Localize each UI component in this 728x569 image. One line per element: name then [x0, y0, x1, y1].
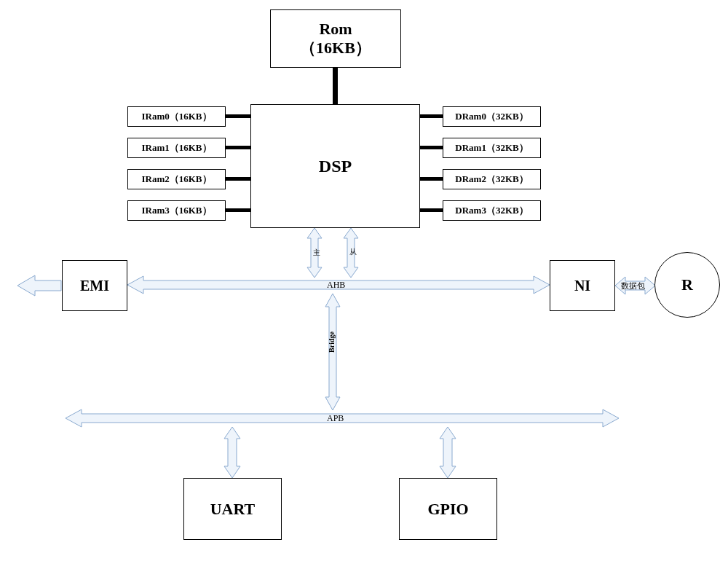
dram1-block: DRam1（32KB） — [443, 138, 541, 158]
r-node: R — [654, 252, 720, 318]
apb-label: APB — [327, 413, 344, 424]
dram-tick — [420, 146, 443, 149]
packet-label: 数据包 — [621, 280, 645, 291]
iram0-block: IRam0（16KB） — [127, 106, 226, 127]
uart-block: UART — [183, 478, 282, 540]
iram-tick — [226, 146, 250, 149]
r-label: R — [681, 275, 693, 294]
apb-uart-arrow — [223, 427, 242, 478]
emi-block: EMI — [62, 260, 127, 311]
dram3-block: DRam3（32KB） — [443, 200, 541, 221]
dram-tick — [420, 208, 443, 212]
dram3-label: DRam3（32KB） — [455, 204, 528, 217]
svg-marker-8 — [440, 427, 456, 478]
svg-marker-1 — [344, 228, 358, 278]
uart-label: UART — [210, 500, 256, 519]
emi-out-arrow — [17, 275, 61, 296]
dsp-block: DSP — [250, 104, 420, 228]
iram0-label: IRam0（16KB） — [141, 110, 211, 123]
iram-tick — [226, 114, 250, 118]
diagram-canvas: Rom （16KB） DSP IRam0（16KB） IRam1（16KB） I… — [0, 0, 728, 569]
svg-marker-3 — [17, 275, 61, 296]
dram0-label: DRam0（32KB） — [455, 110, 528, 123]
dram2-label: DRam2（32KB） — [455, 173, 528, 186]
svg-marker-0 — [307, 228, 322, 278]
rom-dsp-connector — [333, 68, 338, 104]
iram2-block: IRam2（16KB） — [127, 169, 226, 189]
dram0-block: DRam0（32KB） — [443, 106, 541, 127]
emi-label: EMI — [80, 278, 109, 294]
svg-marker-7 — [224, 427, 240, 478]
iram3-label: IRam3（16KB） — [141, 204, 211, 217]
rom-label-1: Rom — [319, 20, 352, 38]
rom-block: Rom （16KB） — [270, 9, 401, 68]
rom-label-2: （16KB） — [300, 39, 371, 57]
dram-tick — [420, 114, 443, 118]
ni-block: NI — [550, 260, 615, 311]
iram2-label: IRam2（16KB） — [141, 173, 211, 186]
iram3-block: IRam3（16KB） — [127, 200, 226, 221]
gpio-block: GPIO — [399, 478, 497, 540]
iram1-block: IRam1（16KB） — [127, 138, 226, 158]
apb-gpio-arrow — [438, 427, 457, 478]
dsp-label: DSP — [319, 157, 352, 176]
iram-tick — [226, 208, 250, 212]
dsp-ahb-slave-arrow — [342, 228, 360, 278]
dram1-label: DRam1（32KB） — [455, 141, 528, 154]
dsp-ahb-master-arrow — [306, 228, 323, 278]
dram2-block: DRam2（32KB） — [443, 169, 541, 189]
iram-tick — [226, 177, 250, 181]
dram-tick — [420, 177, 443, 181]
iram1-label: IRam1（16KB） — [141, 141, 211, 154]
gpio-label: GPIO — [427, 500, 468, 519]
bridge-label: Bridge — [328, 331, 336, 353]
ni-label: NI — [574, 278, 590, 294]
ahb-label: AHB — [327, 280, 345, 291]
